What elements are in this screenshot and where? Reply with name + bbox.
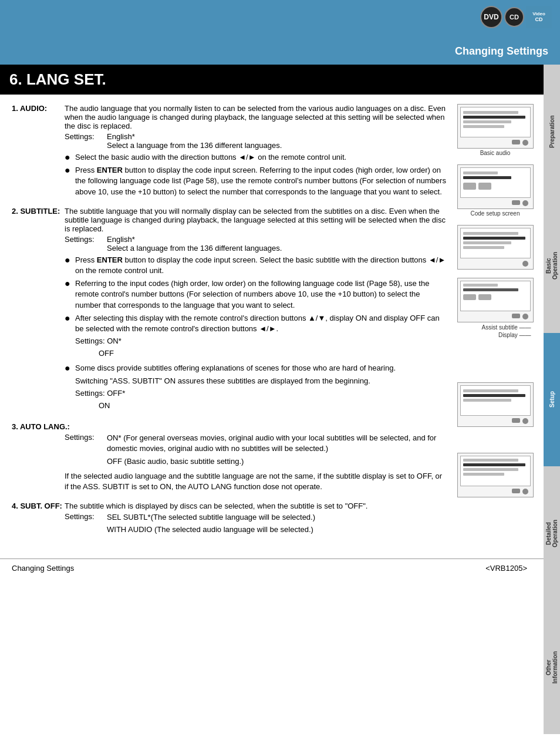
dvd-logo: DVD bbox=[480, 6, 502, 28]
header-title: Changing Settings bbox=[455, 45, 548, 60]
diagram-auto-lang bbox=[457, 382, 534, 427]
footer-code: <VRB1205> bbox=[485, 564, 527, 573]
subtitle-settings-label: Settings: bbox=[65, 235, 107, 244]
section-subtitle: 2. SUBTITLE: The subtitle language that … bbox=[12, 207, 447, 413]
audio-bullet-list: ● Select the basic audio with the direct… bbox=[65, 152, 447, 197]
subt-settings-label: Settings: bbox=[65, 512, 107, 521]
subtitle-bullet-2-text: Referring to the input codes (high order… bbox=[75, 278, 447, 311]
tab-setup[interactable]: Setup bbox=[544, 332, 560, 466]
tab-other-information[interactable]: OtherInformation bbox=[544, 600, 560, 734]
sub-bullet-dot-2: ● bbox=[65, 278, 73, 311]
diagram-basic-audio: Basic audio bbox=[457, 104, 534, 156]
tab-basic-operation[interactable]: BasicOperation bbox=[544, 198, 560, 332]
section-subtitle-number: 2. SUBTITLE: bbox=[12, 207, 65, 233]
sub-bullet-dot-4: ● bbox=[65, 363, 73, 413]
diagram-code-setup: Code setup screen bbox=[457, 164, 534, 217]
subtitle-bullet-3: ● After selecting this display with the … bbox=[65, 313, 447, 361]
subtitle-bullet-4: ● Some discs provide subtitles offering … bbox=[65, 363, 447, 413]
diagram-assist-subtitle: Assist subtitle ——Display —— bbox=[457, 278, 534, 339]
subtitle-bullet-2: ● Referring to the input codes (high ord… bbox=[65, 278, 447, 311]
body-content: 1. AUDIO: The audio language that you no… bbox=[0, 95, 544, 553]
tab-preparation[interactable]: Preparation bbox=[544, 65, 560, 198]
sub-bullet-dot-3: ● bbox=[65, 313, 73, 361]
text-column: 1. AUDIO: The audio language that you no… bbox=[12, 104, 447, 547]
cd-logo: CD bbox=[504, 7, 524, 27]
subtitle-bullet-1: ● Press ENTER button to display the code… bbox=[65, 255, 447, 276]
subtitle-bullet-1-text: Press ENTER button to display the code i… bbox=[75, 255, 447, 276]
footer-title: Changing Settings bbox=[12, 564, 74, 573]
section-subt-intro: The subtitle which is displayed by discs… bbox=[65, 502, 367, 510]
section-auto-number: 3. AUTO LANG.: bbox=[12, 422, 70, 431]
audio-sub-intro: Select a language from the 136 different… bbox=[107, 141, 447, 150]
section-audio-body: Settings: English* Select a language fro… bbox=[65, 132, 447, 197]
subtitle-settings-value: English* bbox=[107, 235, 135, 244]
auto-settings-value-off: OFF (Basic audio, basic subtitle setting… bbox=[107, 456, 447, 467]
diagram-assist-subtitle-label: Assist subtitle ——Display —— bbox=[457, 324, 534, 339]
section-subtitle-body: Settings: English* Select a language fro… bbox=[65, 235, 447, 413]
auto-settings-value-on: ON* (For general overseas movies, origin… bbox=[107, 433, 447, 454]
section-audio: 1. AUDIO: The audio language that you no… bbox=[12, 104, 447, 197]
subtitle-bullet-4-text: Some discs provide subtitles offering ex… bbox=[75, 363, 396, 413]
section-auto-body: Settings: ON* (For general overseas movi… bbox=[65, 433, 447, 492]
diagram-basic-audio-label: Basic audio bbox=[457, 150, 534, 156]
diagram-subtitle-basic bbox=[457, 225, 534, 270]
section-subtitle-intro: The subtitle language that you will norm… bbox=[65, 207, 447, 233]
subt-settings-row-2: WITH AUDIO (The selected audio language … bbox=[107, 524, 315, 535]
diagram-column: Basic audio bbox=[453, 104, 538, 547]
bullet-dot-2: ● bbox=[65, 165, 73, 197]
sidebar-tabs: Preparation BasicOperation Setup Detaile… bbox=[544, 65, 560, 734]
section-subt-off: 4. SUBT. OFF: The subtitle which is disp… bbox=[12, 502, 447, 537]
section-audio-number: 1. AUDIO: bbox=[12, 104, 65, 130]
auto-lang-note: If the selected audio language and the s… bbox=[65, 471, 447, 492]
section-auto-lang: 3. AUTO LANG.: Settings: ON* (For genera… bbox=[12, 422, 447, 492]
section-subt-number: 4. SUBT. OFF: bbox=[12, 502, 65, 510]
audio-bullet-2: ● Press ENTER button to display the code… bbox=[65, 165, 447, 197]
section-subt-body: Settings: SEL SUBTL*(The selected subtit… bbox=[65, 512, 447, 537]
section-audio-intro: The audio language that you normally lis… bbox=[65, 104, 447, 130]
bullet-dot-1: ● bbox=[65, 152, 73, 163]
sub-bullet-dot-1: ● bbox=[65, 255, 73, 276]
audio-settings-label: Settings: bbox=[65, 132, 107, 141]
subtitle-sub-intro: Select a language from the 136 different… bbox=[107, 244, 447, 253]
tab-detailed-operation[interactable]: DetailedOperation bbox=[544, 466, 560, 600]
logo-group: DVD CD VideoCD bbox=[480, 6, 552, 28]
subt-settings-row-1: SEL SUBTL*(The selected subtitle languag… bbox=[107, 512, 315, 523]
audio-settings-value: English* bbox=[107, 132, 135, 141]
vcd-logo: VideoCD bbox=[526, 6, 552, 28]
auto-settings-label: Settings: bbox=[65, 433, 107, 442]
diagram-subt-off bbox=[457, 453, 534, 497]
audio-bullet-1-text: Select the basic audio with the directio… bbox=[75, 152, 346, 163]
subtitle-bullet-3-text: After selecting this display with the re… bbox=[75, 313, 447, 361]
main-content: 6. LANG SET. 1. AUDIO: The audio languag… bbox=[0, 65, 544, 577]
page-title: 6. LANG SET. bbox=[0, 65, 544, 95]
header: DVD CD VideoCD Changing Settings bbox=[0, 0, 560, 65]
diagram-code-setup-label: Code setup screen bbox=[457, 210, 534, 217]
audio-bullet-1: ● Select the basic audio with the direct… bbox=[65, 152, 447, 163]
footer: Changing Settings <VRB1205> bbox=[0, 558, 544, 577]
audio-bullet-2-text: Press ENTER button to display the code i… bbox=[75, 165, 447, 197]
subtitle-bullet-list: ● Press ENTER button to display the code… bbox=[65, 255, 447, 413]
